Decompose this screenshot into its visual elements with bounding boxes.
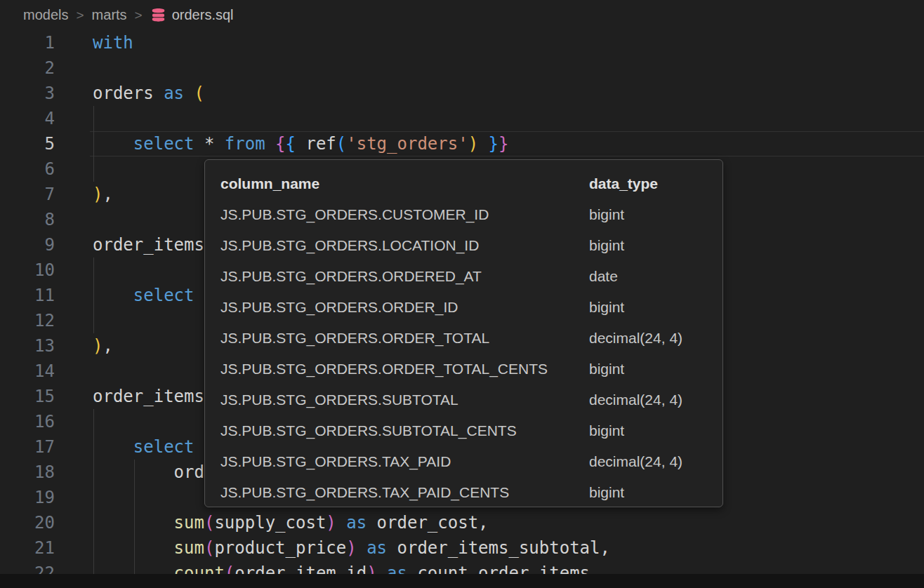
column-name-cell: JS.PUB.STG_ORDERS.SUBTOTAL — [220, 392, 589, 408]
line-number[interactable]: 19 — [0, 485, 55, 510]
line-number[interactable]: 20 — [0, 510, 55, 535]
code-token: sum — [174, 538, 204, 558]
code-token — [357, 538, 367, 558]
line-number[interactable]: 12 — [0, 308, 55, 333]
line-number[interactable]: 17 — [0, 434, 55, 460]
code-line-4[interactable]: 4 — [0, 106, 924, 131]
code-token: ref — [296, 134, 336, 154]
code-text: ord — [93, 460, 204, 485]
column-name-cell: JS.PUB.STG_ORDERS.ORDER_ID — [220, 299, 589, 316]
code-text: ), — [93, 333, 113, 359]
table-row: JS.PUB.STG_ORDERS.TAX_PAIDdecimal(24, 4) — [220, 446, 722, 477]
line-number[interactable]: 10 — [0, 258, 55, 283]
data-type-cell: bigint — [589, 422, 722, 439]
column-name-cell: JS.PUB.STG_ORDERS.ORDERED_AT — [220, 268, 589, 285]
code-token: ( — [204, 513, 214, 533]
code-token: } — [499, 134, 508, 154]
column-name-cell: JS.PUB.STG_ORDERS.ORDER_TOTAL — [220, 330, 589, 347]
popup-rows: JS.PUB.STG_ORDERS.CUSTOMER_IDbigintJS.PU… — [220, 199, 722, 507]
code-editor-window: { "colors": { "editor_background": "#1f1… — [0, 0, 924, 588]
data-type-cell: bigint — [589, 237, 722, 254]
line-number[interactable]: 11 — [0, 283, 55, 308]
breadcrumb-item-models[interactable]: models — [23, 7, 68, 23]
data-type-cell: date — [589, 268, 722, 285]
code-token: from — [225, 134, 265, 154]
data-type-cell: bigint — [589, 361, 722, 377]
indent-guide — [93, 283, 94, 308]
data-type-cell: bigint — [589, 299, 722, 316]
breadcrumb-separator: > — [135, 8, 143, 23]
column-header-name: column_name — [220, 175, 589, 192]
table-row: JS.PUB.STG_ORDERS.ORDER_TOTAL_CENTSbigin… — [220, 354, 722, 385]
code-token: as — [346, 513, 367, 533]
line-number[interactable]: 7 — [0, 182, 55, 207]
code-token — [184, 83, 194, 103]
code-token: ( — [194, 83, 204, 103]
line-number[interactable]: 6 — [0, 156, 55, 182]
table-row: JS.PUB.STG_ORDERS.ORDERED_ATdate — [220, 261, 722, 292]
column-name-cell: JS.PUB.STG_ORDERS.TAX_PAID_CENTS — [220, 484, 589, 501]
code-token: select — [133, 134, 194, 154]
hover-table-popup: column_name data_type JS.PUB.STG_ORDERS.… — [204, 159, 723, 507]
breadcrumb-separator: > — [76, 8, 84, 23]
breadcrumb-item-marts[interactable]: marts — [92, 7, 127, 23]
database-icon — [150, 7, 166, 24]
code-line-20[interactable]: 20 sum(supply_cost) as order_cost, — [0, 510, 924, 535]
column-name-cell: JS.PUB.STG_ORDERS.LOCATION_ID — [220, 237, 589, 254]
code-line-21[interactable]: 21 sum(product_price) as order_items_sub… — [0, 535, 924, 561]
line-number[interactable]: 16 — [0, 409, 55, 434]
code-text: orders as ( — [93, 81, 204, 106]
code-token: } — [489, 134, 499, 154]
code-token: sum — [174, 513, 204, 533]
code-token: ord — [93, 462, 204, 482]
indent-guide — [93, 308, 94, 333]
code-token — [265, 134, 275, 154]
line-number[interactable]: 13 — [0, 333, 55, 359]
code-line-1[interactable]: 1with — [0, 30, 924, 55]
line-number[interactable]: 18 — [0, 460, 55, 485]
table-row: JS.PUB.STG_ORDERS.SUBTOTAL_CENTSbigint — [220, 415, 722, 446]
code-token: 'stg_orders' — [346, 134, 468, 154]
indent-guide — [93, 485, 94, 510]
line-number[interactable]: 1 — [0, 30, 55, 55]
code-line-2[interactable]: 2 — [0, 55, 924, 81]
line-number[interactable]: 4 — [0, 106, 55, 131]
column-name-cell: JS.PUB.STG_ORDERS.TAX_PAID — [220, 453, 589, 470]
code-text: sum(product_price) as order_items_subtot… — [93, 535, 610, 561]
data-type-cell: decimal(24, 4) — [589, 453, 722, 470]
indent-guide — [93, 258, 94, 283]
code-token: select — [133, 286, 194, 305]
code-token: ) — [468, 134, 478, 154]
indent-guide — [93, 434, 94, 460]
line-number[interactable]: 8 — [0, 207, 55, 232]
indent-guide — [93, 510, 94, 535]
line-number[interactable]: 15 — [0, 384, 55, 409]
code-token: order_items — [93, 235, 204, 255]
code-line-3[interactable]: 3orders as ( — [0, 81, 924, 106]
code-text: order_items — [93, 232, 204, 258]
table-row: JS.PUB.STG_ORDERS.TAX_PAID_CENTSbigint — [220, 477, 722, 507]
indent-guide — [93, 131, 94, 156]
code-token — [336, 513, 346, 533]
table-row: JS.PUB.STG_ORDERS.ORDER_TOTALdecimal(24,… — [220, 323, 722, 354]
line-number[interactable]: 14 — [0, 359, 55, 384]
bottom-panel-edge — [0, 574, 924, 588]
line-number[interactable]: 2 — [0, 55, 55, 81]
code-token: supply_cost — [214, 513, 326, 533]
breadcrumb-file-name: orders.sql — [172, 7, 234, 23]
code-token — [93, 513, 174, 533]
line-number[interactable]: 3 — [0, 81, 55, 106]
line-number[interactable]: 21 — [0, 535, 55, 561]
code-token: , — [103, 185, 112, 204]
code-token: ) — [93, 185, 103, 204]
line-number[interactable]: 5 — [0, 131, 55, 156]
code-line-5[interactable]: 5 select * from {{ ref('stg_orders') }} — [0, 131, 924, 156]
code-token — [93, 134, 133, 154]
code-token: order_items_subtotal, — [387, 538, 610, 558]
column-header-type: data_type — [589, 175, 722, 192]
code-text: select — [93, 283, 194, 308]
breadcrumb: models > marts > orders.sql — [0, 0, 924, 30]
code-text: select * from {{ ref('stg_orders') }} — [93, 131, 508, 156]
line-number[interactable]: 9 — [0, 232, 55, 258]
breadcrumb-item-file[interactable]: orders.sql — [150, 7, 234, 24]
